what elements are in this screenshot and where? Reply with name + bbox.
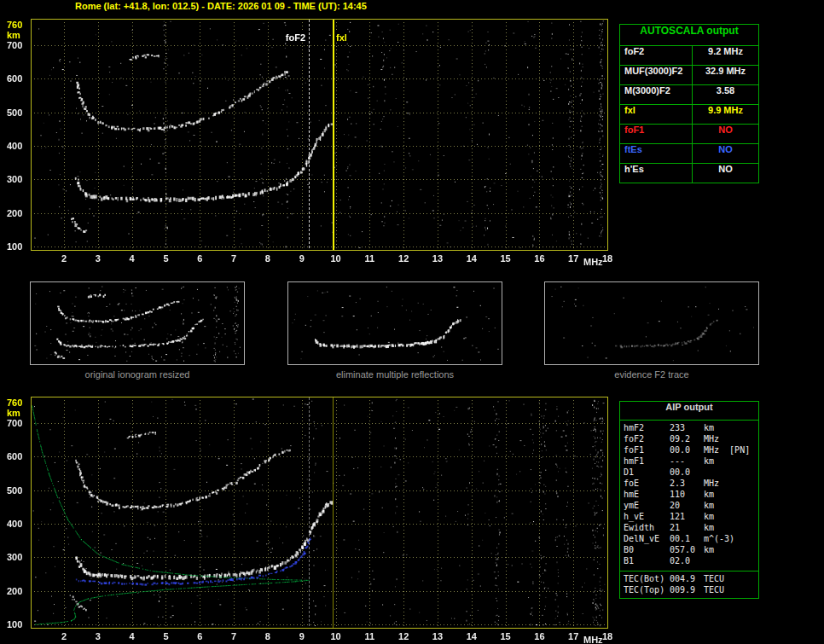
- aip-row-value: 00.0: [670, 467, 704, 479]
- aip-table-rows: hmF2233kmfoF209.2MHzfoF100.0MHz [PN]hmF1…: [620, 421, 758, 569]
- autoscala-row: foF29.2 MHz: [620, 46, 758, 66]
- aip-row-name: hmF1: [620, 456, 670, 467]
- aip-row-unit: TECU: [704, 574, 758, 585]
- aip-row-value: 00.1: [670, 534, 704, 545]
- autoscala-table-header: AUTOSCALA output: [620, 25, 758, 46]
- aip-row-value: 21: [670, 523, 704, 534]
- aip-row: TEC(Top)009.9TECU: [620, 585, 758, 596]
- autoscala-window: Rome (lat: +41.8, lon: 012.5) - DATE: 20…: [0, 0, 824, 644]
- aip-row-value: 004.9: [670, 574, 704, 585]
- aip-row-unit: km: [704, 490, 758, 501]
- aip-row-unit: km: [704, 501, 758, 512]
- aip-row-unit: m^(-3): [704, 534, 758, 545]
- autoscala-row: ftEsNO: [620, 144, 758, 164]
- top-ionogram-canvas: [0, 14, 614, 270]
- aip-row: B0057.0km: [620, 545, 758, 556]
- aip-row-name: B0: [620, 545, 670, 556]
- autoscala-row: M(3000)F23.58: [620, 85, 758, 105]
- autoscala-table-rows: foF29.2 MHzMUF(3000)F232.9 MHzM(3000)F23…: [620, 46, 758, 183]
- thumbnail-f2-evidence: [544, 281, 759, 365]
- aip-row: TEC(Bot)004.9TECU: [620, 574, 758, 585]
- aip-row-unit: MHz [PN]: [704, 445, 758, 456]
- aip-row-unit: MHz: [704, 479, 758, 490]
- aip-tec-rows: TEC(Bot)004.9TECUTEC(Top)009.9TECU: [620, 571, 758, 598]
- aip-row-name: B1: [620, 556, 670, 567]
- aip-row: B102.0: [620, 556, 758, 567]
- aip-row-value: 02.0: [670, 556, 704, 567]
- autoscala-row: fxl9.9 MHz: [620, 105, 758, 125]
- aip-row-value: ---: [670, 456, 704, 467]
- autoscala-row-label: MUF(3000)F2: [620, 66, 693, 84]
- autoscala-output-table: AUTOSCALA output foF29.2 MHzMUF(3000)F23…: [619, 24, 759, 183]
- aip-row-name: D1: [620, 467, 670, 479]
- station-title: Rome (lat: +41.8, lon: 012.5) - DATE: 20…: [75, 1, 367, 11]
- thumbnail-canvas-original: [31, 282, 244, 364]
- autoscala-row-value: NO: [693, 144, 758, 163]
- aip-row: D100.0: [620, 467, 758, 479]
- autoscala-row-value: NO: [693, 125, 758, 143]
- autoscala-row-value: 9.2 MHz: [693, 46, 758, 65]
- aip-row: Ewidth21km: [620, 523, 758, 534]
- autoscala-row-value: 3.58: [693, 85, 758, 104]
- aip-table-header: AIP output: [620, 402, 758, 421]
- autoscala-row-value: 32.9 MHz: [693, 66, 758, 84]
- aip-row-name: h_vE: [620, 512, 670, 523]
- aip-row: DelN_vE00.1m^(-3): [620, 534, 758, 545]
- autoscala-row-label: foF2: [620, 46, 693, 65]
- thumbnail-caption-f2: evidence F2 trace: [544, 369, 759, 380]
- aip-row-name: ymE: [620, 501, 670, 512]
- aip-row-unit: [704, 467, 758, 479]
- aip-row-value: 233: [670, 423, 704, 434]
- aip-row-name: DelN_vE: [620, 534, 670, 545]
- autoscala-row-label: M(3000)F2: [620, 85, 693, 104]
- aip-row-value: 110: [670, 490, 704, 501]
- aip-row: foE2.3MHz: [620, 479, 758, 490]
- aip-row-unit: km: [704, 456, 758, 467]
- aip-row-unit: km: [704, 512, 758, 523]
- aip-row: foF100.0MHz [PN]: [620, 445, 758, 456]
- aip-row: hmE110km: [620, 490, 758, 501]
- autoscala-row-value: NO: [693, 164, 758, 183]
- autoscala-row: foF1NO: [620, 125, 758, 144]
- aip-output-table: AIP output hmF2233kmfoF209.2MHzfoF100.0M…: [619, 401, 759, 599]
- aip-row: foF209.2MHz: [620, 434, 758, 445]
- aip-row-value: 009.9: [670, 585, 704, 596]
- aip-row-value: 00.0: [670, 445, 704, 456]
- autoscala-row-label: fxl: [620, 105, 693, 124]
- aip-row-name: TEC(Top): [620, 585, 670, 596]
- aip-row-unit: km: [704, 423, 758, 434]
- aip-row: h_vE121km: [620, 512, 758, 523]
- aip-row: hmF2233km: [620, 423, 758, 434]
- aip-row: hmF1---km: [620, 456, 758, 467]
- autoscala-row-label: foF1: [620, 125, 693, 143]
- autoscala-row-label: h'Es: [620, 164, 693, 183]
- autoscala-row: h'EsNO: [620, 164, 758, 183]
- aip-row-value: 121: [670, 512, 704, 523]
- thumbnail-canvas-multiples: [288, 282, 502, 364]
- aip-row-value: 20: [670, 501, 704, 512]
- thumbnail-caption-original: original ionogram resized: [30, 369, 245, 380]
- autoscala-row: MUF(3000)F232.9 MHz: [620, 66, 758, 85]
- aip-row-name: TEC(Bot): [620, 574, 670, 585]
- aip-row-unit: MHz: [704, 434, 758, 445]
- autoscala-row-value: 9.9 MHz: [693, 105, 758, 124]
- aip-row: ymE20km: [620, 501, 758, 512]
- thumbnail-original-ionogram: [30, 281, 245, 365]
- aip-row-value: 2.3: [670, 479, 704, 490]
- aip-row-unit: km: [704, 523, 758, 534]
- thumbnail-multiple-reflections: [287, 281, 502, 365]
- autoscala-row-label: ftEs: [620, 144, 693, 163]
- aip-row-name: hmF2: [620, 423, 670, 434]
- bottom-ionogram-canvas: [0, 391, 614, 644]
- aip-row-name: foF2: [620, 434, 670, 445]
- aip-row-name: Ewidth: [620, 523, 670, 534]
- aip-row-value: 09.2: [670, 434, 704, 445]
- aip-row-unit: [704, 556, 758, 567]
- aip-row-name: foF1: [620, 445, 670, 456]
- aip-row-name: foE: [620, 479, 670, 490]
- thumbnail-caption-multiples: eliminate multiple reflections: [287, 369, 502, 380]
- aip-row-unit: TECU: [704, 585, 758, 596]
- aip-row-name: hmE: [620, 490, 670, 501]
- aip-row-value: 057.0: [670, 545, 704, 556]
- aip-row-unit: km: [704, 545, 758, 556]
